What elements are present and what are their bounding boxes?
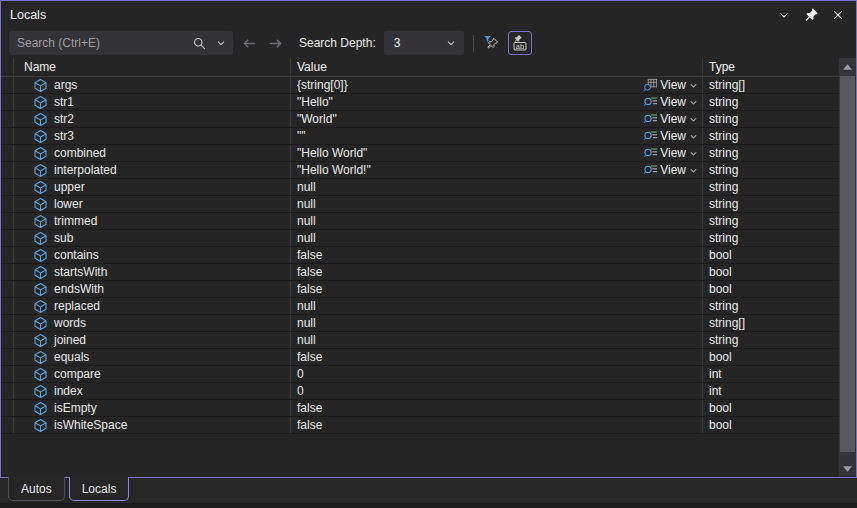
- row-name-cell: str1: [14, 94, 291, 110]
- search-depth-dropdown[interactable]: 3: [384, 31, 464, 55]
- local-variable-icon: [33, 299, 48, 314]
- variable-value[interactable]: 0: [297, 367, 702, 381]
- row-type-cell: string[]: [703, 315, 839, 331]
- variable-name: replaced: [54, 299, 100, 313]
- view-options-chevron-icon[interactable]: [688, 165, 699, 176]
- local-variable-icon: [33, 316, 48, 331]
- table-row[interactable]: endsWith false bool: [1, 281, 839, 298]
- variable-type: int: [709, 384, 722, 398]
- variable-value[interactable]: false: [297, 265, 702, 279]
- variable-value[interactable]: "Hello World!": [297, 163, 643, 177]
- row-name-cell: combined: [14, 145, 291, 161]
- table-row[interactable]: index 0 int: [1, 383, 839, 400]
- table-row[interactable]: isWhiteSpace false bool: [1, 417, 839, 434]
- view-options-chevron-icon[interactable]: [688, 97, 699, 108]
- header-gutter: [1, 58, 14, 76]
- view-visualizer-button[interactable]: View: [643, 112, 702, 127]
- search-forward-button[interactable]: [265, 33, 285, 53]
- view-visualizer-button[interactable]: View: [643, 146, 702, 161]
- table-row[interactable]: args {string[0]}: [1, 77, 839, 94]
- view-button-label: View: [660, 163, 686, 177]
- variable-value[interactable]: 0: [297, 384, 702, 398]
- table-row[interactable]: contains false bool: [1, 247, 839, 264]
- table-row[interactable]: startsWith false bool: [1, 264, 839, 281]
- table-row[interactable]: words null string[]: [1, 315, 839, 332]
- tab-locals[interactable]: Locals: [69, 477, 130, 501]
- table-row[interactable]: isEmpty false bool: [1, 400, 839, 417]
- table-row[interactable]: str2 "World": [1, 111, 839, 128]
- view-options-chevron-icon[interactable]: [688, 131, 699, 142]
- search-options-chevron-icon[interactable]: [215, 37, 227, 49]
- variable-value[interactable]: false: [297, 248, 702, 262]
- tool-window-tab-strip: Autos Locals: [0, 478, 857, 503]
- row-value-cell: null: [291, 196, 703, 212]
- filter-pinned-properties-button[interactable]: [481, 32, 503, 54]
- view-visualizer-button[interactable]: View: [643, 163, 702, 178]
- table-row[interactable]: upper null string: [1, 179, 839, 196]
- variable-value[interactable]: "World": [297, 112, 643, 126]
- tab-autos[interactable]: Autos: [8, 477, 65, 501]
- search-back-button[interactable]: [239, 33, 259, 53]
- row-type-cell: string: [703, 179, 839, 195]
- variable-type: string: [709, 231, 738, 245]
- table-row[interactable]: combined "Hello World": [1, 145, 839, 162]
- search-input[interactable]: Search (Ctrl+E): [9, 31, 233, 55]
- chevron-down-icon: [445, 37, 457, 49]
- variable-value[interactable]: "Hello": [297, 95, 643, 109]
- row-name-cell: isEmpty: [14, 400, 291, 416]
- vertical-scrollbar[interactable]: [839, 58, 856, 477]
- view-options-chevron-icon[interactable]: [688, 114, 699, 125]
- table-row[interactable]: equals false bool: [1, 349, 839, 366]
- svg-text:ab: ab: [516, 42, 524, 51]
- table-row[interactable]: str1 "Hello": [1, 94, 839, 111]
- local-variable-icon: [33, 95, 48, 110]
- table-row[interactable]: joined null string: [1, 332, 839, 349]
- variable-value[interactable]: null: [297, 231, 702, 245]
- table-row[interactable]: compare 0 int: [1, 366, 839, 383]
- scroll-up-arrow-icon[interactable]: [839, 58, 856, 75]
- row-type-cell: string: [703, 162, 839, 178]
- close-icon: [831, 8, 845, 22]
- variable-value[interactable]: false: [297, 282, 702, 296]
- row-gutter: [1, 145, 14, 161]
- table-row[interactable]: sub null string: [1, 230, 839, 247]
- variable-value[interactable]: null: [297, 180, 702, 194]
- scrollbar-thumb[interactable]: [840, 76, 855, 452]
- variable-value[interactable]: false: [297, 401, 702, 415]
- row-name-cell: args: [14, 77, 291, 93]
- column-header-value[interactable]: Value: [291, 58, 703, 76]
- close-window-button[interactable]: [829, 6, 847, 24]
- variable-value[interactable]: null: [297, 299, 702, 313]
- view-visualizer-button[interactable]: View: [643, 129, 702, 144]
- variable-value[interactable]: null: [297, 214, 702, 228]
- variable-name: upper: [54, 180, 85, 194]
- variable-value[interactable]: "": [297, 129, 643, 143]
- text-visualizer-icon: [643, 95, 658, 110]
- pin-window-button[interactable]: [802, 6, 820, 24]
- column-header-type[interactable]: Type: [703, 58, 839, 76]
- variable-value[interactable]: false: [297, 418, 702, 432]
- variable-name: endsWith: [54, 282, 104, 296]
- table-row[interactable]: interpolated "Hello World!": [1, 162, 839, 179]
- window-position-menu-button[interactable]: [775, 6, 793, 24]
- table-row[interactable]: trimmed null string: [1, 213, 839, 230]
- variable-value[interactable]: false: [297, 350, 702, 364]
- column-header-name[interactable]: Name: [14, 58, 291, 76]
- view-options-chevron-icon[interactable]: [688, 148, 699, 159]
- variable-value[interactable]: null: [297, 333, 702, 347]
- view-options-chevron-icon[interactable]: [688, 80, 699, 91]
- string-view-toggle-button[interactable]: ab: [508, 31, 532, 55]
- table-row[interactable]: replaced null string: [1, 298, 839, 315]
- view-visualizer-button[interactable]: View: [643, 95, 702, 110]
- table-row[interactable]: lower null string: [1, 196, 839, 213]
- scroll-down-arrow-icon[interactable]: [839, 460, 856, 477]
- view-visualizer-button[interactable]: View: [643, 78, 702, 93]
- variable-value[interactable]: null: [297, 197, 702, 211]
- variable-value[interactable]: {string[0]}: [297, 78, 643, 92]
- variable-value[interactable]: null: [297, 316, 702, 330]
- grid-visualizer-icon: [643, 78, 658, 93]
- table-row[interactable]: str3 "": [1, 128, 839, 145]
- local-variable-icon: [33, 214, 48, 229]
- row-value-cell: null: [291, 315, 703, 331]
- variable-value[interactable]: "Hello World": [297, 146, 643, 160]
